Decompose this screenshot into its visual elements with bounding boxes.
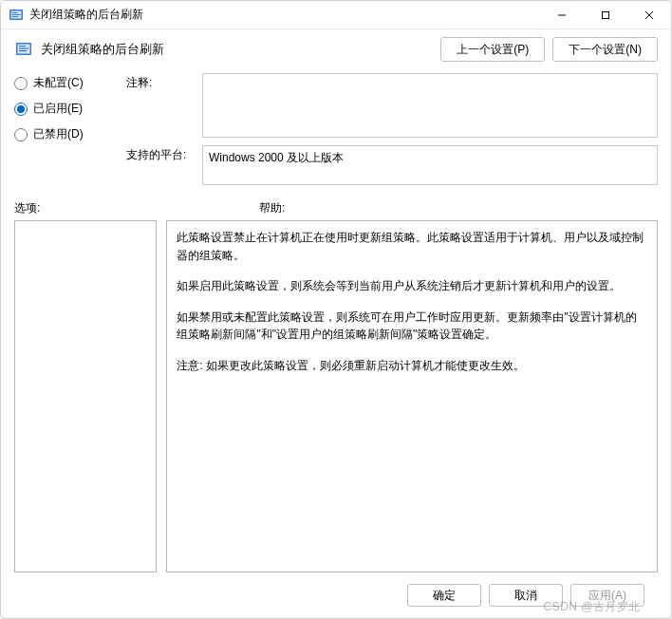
svg-rect-4 bbox=[12, 16, 19, 17]
previous-setting-button[interactable]: 上一个设置(P) bbox=[440, 37, 545, 62]
supported-on-field: Windows 2000 及以上版本 bbox=[202, 145, 658, 185]
radio-enabled[interactable]: 已启用(E) bbox=[14, 101, 109, 117]
options-label: 选项: bbox=[14, 200, 250, 216]
comment-label: 注释: bbox=[126, 73, 193, 91]
minimize-button[interactable] bbox=[540, 1, 584, 29]
help-pane: 此策略设置禁止在计算机正在使用时更新组策略。此策略设置适用于计算机、用户以及域控… bbox=[166, 220, 658, 572]
help-paragraph: 如果禁用或未配置此策略设置，则系统可在用户工作时应用更新。更新频率由"设置计算机… bbox=[177, 309, 647, 344]
supported-on-label: 支持的平台: bbox=[126, 145, 193, 163]
cancel-button[interactable]: 取消 bbox=[489, 584, 563, 607]
titlebar: 关闭组策略的后台刷新 bbox=[1, 1, 671, 29]
svg-rect-11 bbox=[19, 46, 26, 47]
supported-on-value: Windows 2000 及以上版本 bbox=[209, 151, 344, 164]
options-pane bbox=[14, 220, 157, 572]
radio-disabled[interactable]: 已禁用(D) bbox=[14, 126, 109, 142]
radio-label: 已禁用(D) bbox=[33, 126, 84, 142]
help-paragraph: 此策略设置禁止在计算机正在使用时更新组策略。此策略设置适用于计算机、用户以及域控… bbox=[177, 229, 647, 264]
policy-title: 关闭组策略的后台刷新 bbox=[41, 41, 164, 58]
radio-label: 未配置(C) bbox=[33, 75, 84, 91]
radio-icon bbox=[14, 77, 28, 90]
radio-icon bbox=[14, 103, 28, 116]
svg-rect-3 bbox=[12, 14, 21, 15]
next-setting-button[interactable]: 下一个设置(N) bbox=[552, 37, 658, 62]
policy-editor-window: 关闭组策略的后台刷新 关闭组策略的后台刷新 上一个设置(P) 下一个设置(N) bbox=[0, 0, 672, 619]
help-paragraph: 如果启用此策略设置，则系统会等到当前用户从系统注销后才更新计算机和用户的设置。 bbox=[177, 277, 647, 295]
help-label: 帮助: bbox=[259, 200, 658, 216]
svg-rect-13 bbox=[19, 50, 27, 51]
dialog-footer: 确定 取消 应用(A) CSDN @古月罗北 bbox=[14, 572, 658, 618]
radio-not-configured[interactable]: 未配置(C) bbox=[14, 75, 109, 91]
radio-label: 已启用(E) bbox=[33, 101, 83, 117]
ok-button[interactable]: 确定 bbox=[407, 584, 481, 607]
window-title: 关闭组策略的后台刷新 bbox=[29, 7, 143, 23]
header-row: 关闭组策略的后台刷新 上一个设置(P) 下一个设置(N) bbox=[1, 29, 671, 69]
apply-button[interactable]: 应用(A) bbox=[570, 584, 644, 607]
app-icon bbox=[9, 8, 24, 23]
maximize-button[interactable] bbox=[584, 1, 627, 29]
close-button[interactable] bbox=[627, 1, 671, 29]
svg-rect-2 bbox=[12, 12, 18, 13]
radio-icon bbox=[14, 128, 28, 141]
svg-rect-12 bbox=[19, 48, 28, 49]
svg-rect-6 bbox=[603, 11, 609, 18]
help-paragraph: 注意: 如果更改此策略设置，则必须重新启动计算机才能使更改生效。 bbox=[177, 357, 647, 375]
comment-textarea[interactable] bbox=[202, 73, 658, 138]
state-radio-group: 未配置(C) 已启用(E) 已禁用(D) bbox=[14, 73, 109, 185]
policy-icon bbox=[14, 40, 33, 59]
